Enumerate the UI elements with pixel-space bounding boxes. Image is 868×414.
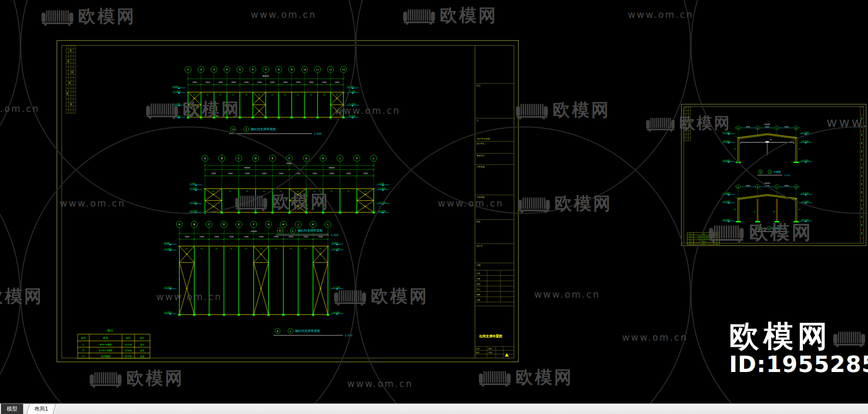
- level-flag-tick: [727, 134, 730, 135]
- grid-label: D: [796, 127, 797, 129]
- tie-label: ST: [290, 248, 292, 250]
- titleblock-sign-label: 描图: [476, 299, 480, 301]
- dim-text: 7000: [192, 81, 197, 83]
- grid-label: 9: [291, 68, 293, 71]
- dim-text: 7000: [322, 81, 326, 83]
- drawing-scale: 1:300: [314, 132, 322, 135]
- dim-text: 8000: [746, 185, 750, 187]
- titleblock-drawing-name: 柱间支撑布置图: [479, 334, 502, 338]
- level-flag-tick: [804, 142, 807, 144]
- title-bubble-label: 1: [769, 171, 771, 173]
- grid-label: 7: [265, 68, 266, 71]
- level-flag-tick: [381, 185, 384, 186]
- level-value: 9.000: [332, 242, 339, 244]
- tie-label: ST: [284, 94, 286, 96]
- dim-text: 35000: [328, 166, 335, 169]
- legend-header: 材质: [125, 336, 131, 340]
- dim-text: 7000: [211, 172, 216, 175]
- column-label: GZ: [734, 148, 736, 150]
- tie-label: ST: [319, 248, 322, 250]
- tab-layout1-label: 布局1: [34, 405, 48, 413]
- legend-header: 规格: [702, 233, 705, 235]
- legend-cell: 系杆: [140, 343, 145, 346]
- level-value: +7.500: [332, 248, 340, 250]
- elevation-1: 1234567891011121384000700070007000700070…: [173, 67, 359, 136]
- grid-label: 2: [200, 68, 202, 71]
- tie-label: ST: [186, 248, 188, 250]
- level-flag-tick: [727, 162, 730, 163]
- brace-label: ZC: [364, 206, 366, 207]
- drawing-scale: 1:150: [783, 231, 789, 233]
- title-bubble-label: A: [277, 330, 279, 332]
- dim-text: 7000: [184, 235, 189, 238]
- legend-cell: ZC1: [689, 240, 692, 242]
- tie-label: ST: [216, 248, 218, 250]
- column: [738, 198, 739, 221]
- cad-viewport[interactable]: 欧模网www.om.cn欧模网www.om.cnwww.om.cn欧模网www.…: [0, 0, 868, 414]
- title-separator: ~: [284, 330, 286, 332]
- level-value: +1.200: [378, 201, 386, 204]
- level-flag-tick: [727, 194, 730, 196]
- crane-hook: [767, 153, 768, 155]
- grid-label: B: [757, 186, 759, 188]
- legend-header: 编号: [81, 337, 86, 339]
- level-value: 9.000: [164, 242, 170, 244]
- level-flag-tick: [804, 203, 807, 204]
- column-base: [213, 117, 215, 119]
- grid-label: B: [757, 127, 759, 129]
- level-value: ±0.000: [722, 159, 730, 162]
- legend-cell: ZC: [82, 349, 85, 352]
- dim-text: 8000: [765, 126, 770, 128]
- tie-label: ST: [323, 94, 326, 96]
- tie-label: ST: [201, 248, 203, 250]
- grid-label: C: [238, 157, 240, 160]
- tie-label: ST: [336, 94, 338, 96]
- watermark-site-text: www.om.cn: [622, 332, 688, 343]
- grid-label: B: [221, 157, 223, 160]
- dim-text: 7000: [363, 172, 368, 175]
- column-base: [322, 212, 325, 214]
- column-base: [329, 117, 332, 119]
- legend-cell: GZ1: [689, 235, 692, 237]
- dim-text: 7000: [296, 81, 300, 83]
- dim-text: 7000: [335, 81, 339, 83]
- column-base: [239, 117, 241, 119]
- titleblock-bottom-label: 图号: [476, 352, 480, 354]
- section-drawing-sheet[interactable]: ABCD24000800080008000GZGZ5t+7.200+7.200+…: [681, 104, 867, 246]
- level-flag-tick: [169, 250, 172, 251]
- level-value: ±0.000: [164, 311, 172, 314]
- drawing-title: 剖面图: [773, 227, 780, 230]
- legend-cell: 支撑: [140, 349, 145, 352]
- titleblock-triangle-mark: [505, 353, 509, 357]
- titleblock-field-label: 日期: [476, 264, 480, 266]
- level-flag-tick: [351, 117, 354, 119]
- dim-text: 7000: [257, 81, 262, 83]
- level-value: 7.200: [190, 182, 196, 185]
- tie-label: ST: [280, 190, 282, 193]
- level-value: ±0.000: [332, 311, 340, 314]
- level-flag-tick: [727, 221, 730, 222]
- column-base: [271, 212, 274, 214]
- grid-label: F: [253, 223, 254, 226]
- watermark-brand-text: 欧模网: [126, 367, 184, 390]
- legend-cell: 拉条: [140, 355, 145, 358]
- dim-text: 7000: [309, 81, 313, 83]
- tab-layout1[interactable]: 布局1: [27, 404, 56, 414]
- grid-label: H: [283, 223, 285, 226]
- level-value: +1.500: [348, 103, 355, 105]
- tab-model[interactable]: 模型: [1, 404, 23, 414]
- brace-label: ZC: [193, 97, 196, 99]
- main-drawing-sheet[interactable]: 批注注(设计单位名称)设计单位建设单位工程名称子项名称图名设计号日期审定审核校对…: [56, 38, 519, 363]
- titleblock-bottom-label: 图别: [488, 348, 492, 350]
- drawing-scale: 1:150: [784, 174, 790, 177]
- watermark-site-url: www.om.cn: [347, 378, 413, 389]
- level-value: ±0.000: [348, 115, 355, 117]
- dim-text: 7000: [258, 235, 263, 238]
- title-separator: ~: [240, 128, 242, 131]
- dim-text: 7000: [231, 81, 236, 83]
- dim-text: 7000: [273, 235, 278, 238]
- column-base: [238, 314, 240, 316]
- grid-label: 13: [342, 69, 345, 71]
- dim-text: 7000: [303, 235, 308, 238]
- level-flag-tick: [177, 105, 180, 107]
